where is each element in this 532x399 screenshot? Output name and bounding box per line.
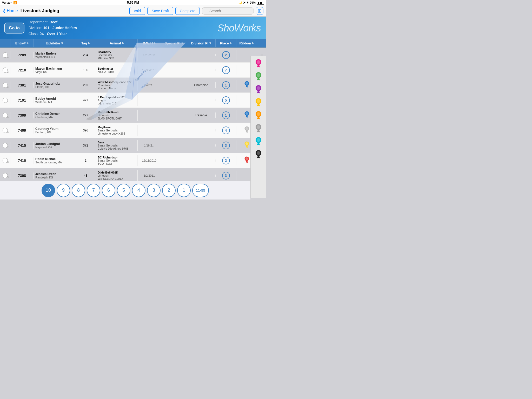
ribbon-swatch-teal[interactable]	[253, 136, 264, 147]
row-number: 6	[7, 131, 9, 134]
page-button-7[interactable]: 7	[87, 184, 100, 197]
search-input[interactable]	[202, 7, 254, 15]
status-bar: Verizon 📶 5:59 PM 🌙 ➤ ✶ 79% ▮▮▮	[0, 0, 266, 5]
svg-marker-39	[257, 79, 260, 81]
radio-cell[interactable]: 5	[0, 112, 10, 119]
qr-button[interactable]: ⊞	[256, 7, 263, 15]
radio-cell[interactable]: 2	[0, 66, 10, 74]
page-title: Livestock Judging	[21, 8, 59, 14]
ribbon-swatch-purple[interactable]	[253, 84, 264, 95]
animal-breed: Beefmaster	[98, 54, 136, 57]
th-bwh[interactable]: B/W/H ⇅	[138, 39, 161, 47]
sort-arrow-special: ⇅	[181, 42, 183, 45]
exhibitor-location: Waltham, MA	[35, 101, 74, 104]
th-exhibitor[interactable]: Exhibitor ⇅	[34, 39, 75, 47]
time-display: 5:59 PM	[127, 1, 139, 4]
svg-point-41	[257, 86, 260, 90]
place-circle: 7	[222, 66, 230, 74]
page-range-button[interactable]: 11-99	[192, 184, 209, 197]
department-row: Department: Beef	[29, 19, 77, 25]
radio-cell[interactable]: 7	[0, 142, 10, 149]
tag-cell: 43	[75, 173, 96, 178]
page-button-2[interactable]: 2	[162, 184, 176, 197]
svg-marker-69	[257, 157, 260, 158]
animal-cell: WCR Miss Sequence 977 Charolais Xcadero …	[96, 79, 138, 91]
page-button-9[interactable]: 9	[57, 184, 70, 197]
page-button-6[interactable]: 6	[102, 184, 115, 197]
place-cell[interactable]: 3	[216, 171, 236, 181]
special-pl-cell	[161, 159, 187, 162]
animal-tag: WS SELENA 1001X	[98, 177, 136, 180]
bwh-date: 1/2/2011	[144, 174, 155, 177]
place-cell[interactable]: 2	[216, 50, 236, 60]
place-cell[interactable]: 2	[216, 156, 236, 165]
th-tag[interactable]: Tag ⇅	[75, 39, 96, 47]
void-button[interactable]: Void	[129, 7, 145, 15]
entry-number: 7191	[18, 98, 26, 102]
th-entry[interactable]: Entry# ⇅	[10, 39, 34, 47]
page-button-8[interactable]: 8	[72, 184, 85, 197]
complete-button[interactable]: Complete	[175, 7, 200, 15]
bwh-date: 12/11/2010	[142, 159, 156, 162]
goto-button[interactable]: Go to	[4, 23, 24, 34]
svg-point-21	[245, 157, 248, 160]
ribbon-icon	[243, 126, 250, 135]
entry-cell: 7301	[10, 82, 34, 88]
radio-cell[interactable]: 4	[0, 97, 10, 104]
tag-number: 282	[83, 83, 88, 87]
page-button-1[interactable]: 1	[177, 184, 191, 197]
ribbon-swatch-black[interactable]	[253, 149, 264, 160]
entry-cell: 7210	[10, 67, 34, 73]
place-circle: 1	[222, 81, 230, 89]
page-button-3[interactable]: 3	[147, 184, 161, 197]
division-row: Division: 101 - Junior Heifers	[29, 25, 77, 31]
tag-cell: 135	[75, 67, 96, 73]
entry-number: 7309	[18, 113, 26, 117]
page-button-10[interactable]: 10	[42, 184, 55, 197]
row-number: 4	[7, 101, 9, 103]
division-pl-cell	[187, 159, 216, 162]
th-division-pl[interactable]: Division Pl ⇅	[187, 39, 216, 47]
place-cell[interactable]: 1	[216, 110, 236, 120]
place-cell[interactable]: 3	[216, 141, 236, 150]
svg-marker-64	[257, 144, 260, 145]
division-value: 101 - Junior Heifers	[43, 26, 77, 30]
entry-cell: 7209	[10, 52, 34, 58]
ribbon-swatch-pink[interactable]	[253, 58, 264, 69]
page-button-5[interactable]: 5	[117, 184, 130, 197]
radio-cell[interactable]: 1	[0, 51, 10, 59]
tag-number: 427	[83, 98, 88, 102]
th-animal[interactable]: Animal ⇅	[96, 39, 138, 47]
radio-cell[interactable]: 9	[0, 172, 10, 179]
place-cell[interactable]: 4	[216, 125, 236, 135]
division-pl-cell	[187, 129, 216, 131]
ribbon-swatch-gold[interactable]	[253, 97, 264, 108]
exhibitor-name: Jordan Landgraf	[35, 142, 74, 146]
exhibitor-location: Virgil, KS	[35, 70, 74, 74]
radio-cell[interactable]: 3	[0, 82, 10, 89]
ribbon-swatch-silver[interactable]	[253, 123, 264, 134]
ribbon-swatch-green[interactable]	[253, 71, 264, 82]
ribbon-swatch-orange[interactable]	[253, 110, 264, 121]
back-button[interactable]: ❮ Home	[3, 8, 18, 13]
ribbon-icon	[243, 111, 250, 120]
table-row: 5 7309 Christine Derner Chatham, MA 227 …	[0, 108, 266, 123]
exhibitor-location: Randolph, KS	[35, 176, 74, 179]
svg-point-6	[245, 112, 248, 115]
svg-point-46	[257, 99, 260, 103]
row-number: 7	[7, 146, 9, 149]
th-ribbon[interactable]: Ribbon ⇅	[236, 39, 257, 47]
place-cell[interactable]: 1	[216, 80, 236, 90]
radio-cell[interactable]: 6	[0, 127, 10, 134]
place-cell[interactable]: 5	[216, 95, 236, 105]
save-draft-button[interactable]: Save Draft	[147, 7, 173, 15]
svg-marker-54	[257, 118, 260, 119]
place-cell[interactable]: 7	[216, 65, 236, 75]
place-circle: 2	[222, 157, 230, 164]
battery-icon: ▮▮▮	[257, 1, 264, 5]
radio-cell[interactable]: 8	[0, 157, 10, 164]
page-button-4[interactable]: 4	[132, 184, 145, 197]
th-special-pl[interactable]: Special Pl ⇅	[161, 39, 187, 47]
animal-cell: Bearberry Beefmaster MF Lilac 902	[96, 49, 138, 61]
th-place[interactable]: Place ⇅	[216, 39, 236, 47]
